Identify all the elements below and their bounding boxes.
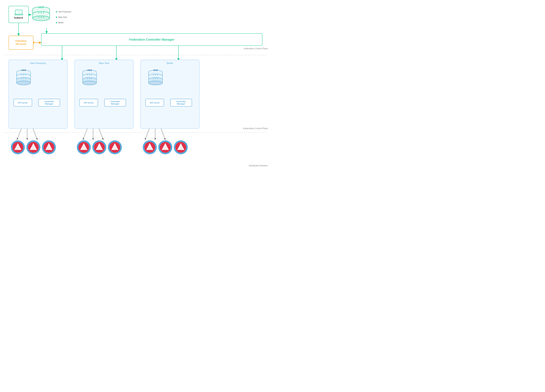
svg-point-42 [43,12,44,13]
svg-point-61 [23,74,24,75]
kubectl-label: kubectl [14,16,23,19]
svg-point-40 [38,12,39,13]
diagram-container: kubectl etcd [0,0,272,196]
svg-point-64 [23,78,24,79]
svg-point-104 [155,78,156,79]
berlin-cluster-title: Berlin [141,62,199,65]
svg-point-41 [41,12,42,13]
svg-text:etcd: etcd [39,6,44,9]
distributed-workers-label: Distributed Workers [249,164,268,167]
ny-workers [75,139,123,157]
ny-api-server: API server [80,99,98,107]
berlin-etcd-icon: etcd [145,68,166,88]
sf-ctrl-mgr: ControllerManager [38,99,60,107]
ny-cluster-title: New York [75,62,133,65]
ny-ctrl-label: ControllerManager [110,100,120,105]
sf-etcd: etcd [13,68,34,89]
kubernetes-plane-label: Kubernetes Control Plane [243,127,268,130]
fed-cm-box: Federation Controller Manager [41,33,262,46]
legend-ny: New York [56,16,71,18]
berlin-api-label: API server [150,102,160,104]
sf-api-server: API server [13,99,32,107]
svg-point-82 [91,74,92,75]
sf-workers [9,139,57,157]
legend-berlin-label: Berlin [58,21,63,24]
svg-text:etcd: etcd [153,69,158,71]
svg-point-103 [153,78,154,79]
svg-point-63 [21,78,22,79]
berlin-ctrl-mgr: ControllerManager [170,99,192,107]
ny-cluster-box: New York [74,60,133,129]
svg-point-81 [89,74,90,75]
svg-point-43 [38,17,39,18]
berlin-api-server: API server [145,99,164,107]
svg-point-100 [153,74,154,75]
svg-point-85 [91,78,92,79]
svg-point-105 [157,78,158,79]
svg-text:etcd: etcd [87,69,92,71]
svg-point-60 [21,74,22,75]
legend-berlin: Berlin [56,21,71,24]
berlin-cluster-box: Berlin [140,60,199,129]
svg-point-65 [25,78,26,79]
svg-point-84 [89,78,90,79]
ny-etcd: etcd [80,68,100,89]
ny-api-label: API server [84,102,94,104]
fed-api-box: FederationAPI server [9,36,33,50]
sf-ctrl-label: ControllerManager [44,100,54,105]
etcd-top-icon: etcd [29,5,54,27]
federation-plane-label: Federation Control Plane [244,47,268,50]
etcd-top-group: etcd [29,5,54,28]
berlin-etcd: etcd [145,68,166,89]
etcd-legend: San Francisco New York Berlin [56,11,71,24]
legend-sf: San Francisco [56,11,71,13]
sf-etcd-icon: etcd [13,68,34,88]
laptop-icon [14,10,23,16]
svg-point-79 [83,81,97,85]
kubectl-box: kubectl [9,6,29,23]
sf-cluster-title: San Francisco [9,62,67,65]
svg-point-62 [25,74,26,75]
legend-sf-label: San Francisco [58,11,71,13]
svg-point-102 [157,74,158,75]
svg-rect-29 [14,14,23,15]
svg-text:etcd: etcd [21,69,26,71]
svg-point-99 [149,81,162,85]
svg-point-101 [155,74,156,75]
svg-point-59 [17,81,31,85]
ny-ctrl-mgr: ControllerManager [104,99,126,107]
svg-point-45 [43,17,44,18]
svg-point-80 [87,74,88,75]
svg-point-83 [87,78,88,79]
fed-api-label: FederationAPI server [15,40,26,46]
berlin-workers [141,139,189,157]
ny-etcd-icon: etcd [80,68,100,88]
svg-point-44 [41,17,42,18]
legend-ny-label: New York [58,16,67,18]
sf-api-label: API server [18,102,28,104]
svg-rect-28 [16,11,21,14]
sf-cluster-box: San Francisco [9,60,68,129]
berlin-ctrl-label: ControllerManager [176,100,186,105]
fed-cm-label: Federation Controller Manager [129,38,174,41]
